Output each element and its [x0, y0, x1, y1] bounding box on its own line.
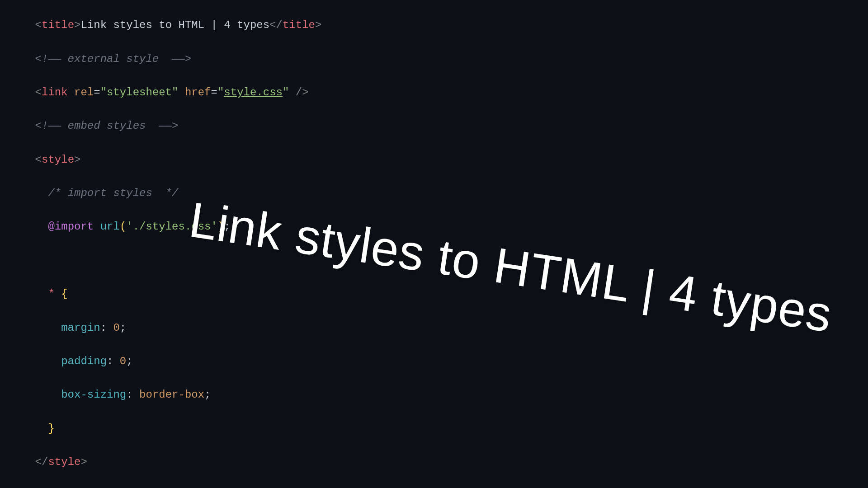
- code-line: </style>: [9, 454, 868, 470]
- code-line: box-sizing: border-box;: [9, 386, 868, 403]
- code-line: <!—— embed styles ——>: [9, 117, 868, 134]
- code-line: <style>: [9, 151, 868, 168]
- code-line: <title>Link styles to HTML | 4 types</ti…: [9, 17, 868, 33]
- code-line: <!—— external style ——>: [9, 51, 868, 67]
- code-line: <link rel="stylesheet" href="style.css" …: [9, 84, 868, 101]
- code-line: /* import styles */: [9, 185, 868, 202]
- code-line: padding: 0;: [9, 353, 868, 370]
- code-line: }: [9, 420, 868, 437]
